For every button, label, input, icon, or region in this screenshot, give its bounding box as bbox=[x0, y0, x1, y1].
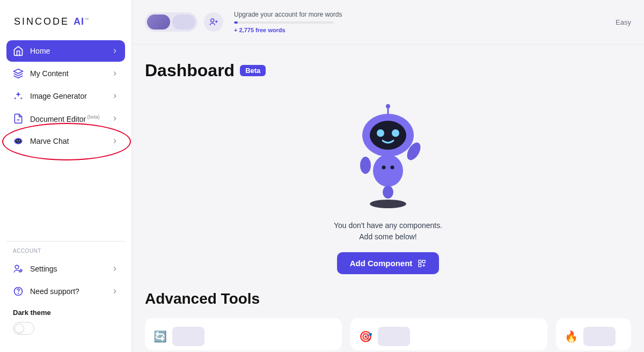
svg-point-19 bbox=[360, 157, 371, 174]
home-icon bbox=[13, 46, 24, 56]
sidebar-item-label: Settings bbox=[30, 265, 105, 273]
advanced-tools-title: Advanced Tools bbox=[145, 290, 631, 307]
tool-icon-bg bbox=[172, 327, 204, 346]
target-icon: 🎯 bbox=[359, 330, 372, 343]
button-label: Add Component bbox=[350, 259, 413, 268]
chevron-right-icon bbox=[111, 288, 119, 295]
tool-icon-bg bbox=[378, 327, 410, 346]
svg-point-4 bbox=[17, 140, 18, 141]
sidebar-item-label: Document Editor(beta) bbox=[30, 114, 105, 123]
pill-segment bbox=[172, 14, 195, 30]
tool-icon-bg bbox=[583, 327, 616, 346]
sidebar-item-label: Need support? bbox=[30, 287, 105, 296]
refresh-icon: 🔄 bbox=[153, 330, 167, 343]
chevron-right-icon bbox=[111, 70, 119, 77]
empty-text: You don't have any components. Add some … bbox=[334, 220, 442, 243]
logo-accent: AI bbox=[74, 16, 84, 27]
tool-icon-wrap: 🔥 bbox=[565, 327, 616, 346]
sidebar: SINCODE AI™ Home My Content I bbox=[0, 0, 132, 352]
svg-rect-26 bbox=[419, 260, 421, 263]
dark-theme-toggle[interactable] bbox=[13, 322, 34, 335]
logo-tm: ™ bbox=[84, 17, 89, 22]
svg-point-5 bbox=[19, 140, 20, 141]
help-icon bbox=[13, 286, 24, 297]
sidebar-item-label: Marve Chat bbox=[30, 137, 105, 145]
empty-state: You don't have any components. Add some … bbox=[145, 91, 631, 290]
beta-badge: Beta bbox=[240, 65, 266, 76]
robot-illustration bbox=[350, 102, 426, 209]
svg-point-16 bbox=[370, 121, 406, 150]
logo-text: SINCODE bbox=[14, 16, 69, 27]
sidebar-item-label: My Content bbox=[30, 69, 105, 78]
sidebar-item-home[interactable]: Home bbox=[6, 40, 125, 62]
sidebar-item-label: Home bbox=[30, 47, 105, 55]
svg-point-10 bbox=[211, 19, 214, 22]
upgrade-text: Upgrade your account for more words bbox=[234, 11, 342, 18]
svg-point-18 bbox=[392, 129, 399, 137]
free-words: + 2,775 free words bbox=[234, 27, 342, 33]
main: Upgrade your account for more words + 2,… bbox=[132, 0, 644, 352]
tools-grid: 🔄 🎯 🔥 bbox=[145, 318, 631, 350]
tool-icon-wrap: 🎯 bbox=[359, 327, 410, 346]
pill-segment bbox=[147, 14, 170, 30]
page-title: Dashboard bbox=[145, 61, 235, 80]
upgrade-section: Upgrade your account for more words + 2,… bbox=[234, 11, 342, 33]
document-icon bbox=[13, 113, 24, 124]
sidebar-item-my-content[interactable]: My Content bbox=[6, 63, 125, 84]
robot-icon bbox=[13, 136, 24, 146]
logo: SINCODE AI™ bbox=[6, 11, 125, 40]
sidebar-item-settings[interactable]: Settings bbox=[6, 258, 125, 280]
sparkles-icon bbox=[13, 91, 24, 101]
layers-icon bbox=[13, 68, 24, 79]
svg-point-9 bbox=[18, 293, 19, 294]
sidebar-item-marve-chat[interactable]: Marve Chat bbox=[6, 130, 125, 152]
progress-fill bbox=[234, 21, 238, 24]
svg-rect-27 bbox=[423, 260, 426, 263]
chevron-right-icon bbox=[111, 115, 119, 122]
svg-point-7 bbox=[20, 270, 21, 272]
svg-rect-28 bbox=[419, 264, 421, 267]
dashboard-header: Dashboard Beta bbox=[145, 61, 631, 80]
chevron-right-icon bbox=[111, 137, 119, 145]
sidebar-item-support[interactable]: Need support? bbox=[6, 281, 125, 302]
avatar-pill[interactable] bbox=[145, 12, 197, 32]
add-user-button[interactable] bbox=[204, 12, 223, 32]
svg-point-23 bbox=[391, 166, 394, 170]
dark-theme-section: Dark theme bbox=[6, 302, 125, 341]
toggle-knob bbox=[14, 324, 24, 333]
tool-card[interactable]: 🔥 bbox=[556, 318, 631, 350]
account-label: ACCOUNT bbox=[6, 248, 125, 258]
tool-icon-wrap: 🔄 bbox=[153, 327, 204, 346]
svg-marker-0 bbox=[14, 69, 23, 74]
easy-text: Easy bbox=[616, 18, 631, 26]
svg-point-6 bbox=[15, 265, 19, 269]
tool-card[interactable]: 🎯 bbox=[350, 318, 547, 350]
svg-point-13 bbox=[386, 104, 390, 108]
chevron-right-icon bbox=[111, 265, 119, 273]
svg-point-17 bbox=[377, 129, 384, 137]
sidebar-item-image-generator[interactable]: Image Generator bbox=[6, 85, 125, 107]
chevron-right-icon bbox=[111, 92, 119, 100]
tool-card[interactable]: 🔄 bbox=[145, 318, 342, 350]
svg-point-25 bbox=[370, 200, 406, 208]
dark-theme-label: Dark theme bbox=[13, 309, 119, 317]
topbar: Upgrade your account for more words + 2,… bbox=[132, 0, 644, 45]
svg-point-21 bbox=[373, 155, 403, 187]
account-nav-list: Settings Need support? bbox=[6, 258, 125, 302]
content: Dashboard Beta bbox=[132, 45, 644, 352]
add-component-button[interactable]: Add Component bbox=[337, 252, 440, 274]
progress-bar bbox=[234, 21, 334, 24]
svg-point-22 bbox=[382, 166, 386, 170]
sidebar-item-document-editor[interactable]: Document Editor(beta) bbox=[6, 108, 125, 129]
sidebar-item-label: Image Generator bbox=[30, 92, 105, 100]
svg-point-24 bbox=[383, 186, 393, 199]
grid-add-icon bbox=[418, 259, 426, 268]
user-settings-icon bbox=[13, 263, 24, 274]
chevron-right-icon bbox=[111, 47, 119, 55]
divider bbox=[6, 241, 125, 241]
nav-list: Home My Content Image Generator bbox=[6, 40, 125, 152]
fire-icon: 🔥 bbox=[565, 330, 578, 343]
